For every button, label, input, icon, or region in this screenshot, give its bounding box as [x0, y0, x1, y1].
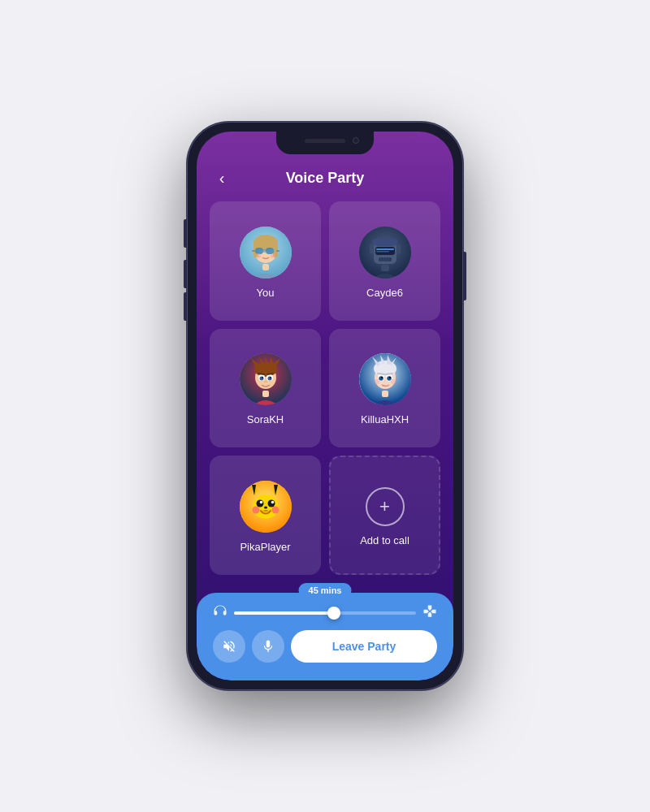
- svg-point-42: [267, 377, 271, 381]
- svg-point-13: [271, 253, 275, 258]
- page-title: Voice Party: [286, 170, 365, 187]
- svg-rect-7: [255, 248, 263, 254]
- avatar-killuaHXH: [359, 353, 411, 405]
- member-name-you: You: [257, 287, 275, 299]
- svg-rect-31: [262, 391, 269, 397]
- svg-point-66: [391, 379, 396, 384]
- avatar-sorakH: [240, 353, 292, 405]
- party-card-sorakH[interactable]: SoraKH: [210, 329, 321, 448]
- svg-rect-10: [252, 250, 255, 252]
- member-name-killuaHXH: KilluaHXH: [361, 413, 409, 425]
- svg-point-65: [375, 379, 379, 384]
- member-name-cayde6: Cayde6: [366, 287, 403, 299]
- svg-line-45: [258, 374, 264, 374]
- svg-rect-9: [263, 249, 266, 253]
- member-name-sorakH: SoraKH: [247, 413, 284, 425]
- back-button[interactable]: ‹: [210, 166, 234, 191]
- party-card-killuaHXH[interactable]: KilluaHXH: [329, 329, 440, 448]
- avatar-you: [240, 227, 292, 279]
- add-to-call-label: Add to call: [360, 534, 410, 546]
- svg-rect-50: [382, 391, 388, 397]
- svg-point-59: [379, 377, 384, 382]
- svg-point-79: [264, 507, 267, 509]
- party-card-cayde6[interactable]: Cayde6: [329, 201, 440, 321]
- leave-party-label: Leave Party: [332, 640, 396, 653]
- slider-thumb[interactable]: [327, 607, 340, 620]
- mic-button[interactable]: [252, 630, 284, 663]
- avatar-cayde6: [359, 227, 411, 279]
- svg-rect-23: [396, 244, 401, 254]
- svg-point-77: [252, 507, 259, 514]
- time-badge: 45 mins: [299, 583, 352, 598]
- svg-line-63: [378, 374, 384, 374]
- mute-button[interactable]: [213, 630, 245, 663]
- svg-rect-2: [262, 264, 269, 270]
- party-card-you[interactable]: You: [210, 201, 321, 321]
- svg-point-44: [270, 377, 271, 378]
- control-bar: Leave Party: [197, 593, 453, 680]
- svg-point-41: [259, 377, 263, 381]
- svg-rect-24: [379, 257, 392, 261]
- gamepad-icon: [422, 604, 437, 622]
- member-name-pikaPlayer: PikaPlayer: [240, 541, 290, 553]
- svg-rect-18: [372, 238, 398, 246]
- volume-slider-row: [213, 604, 437, 622]
- svg-point-75: [259, 501, 262, 504]
- leave-party-button[interactable]: Leave Party: [291, 630, 437, 663]
- party-grid: You: [197, 193, 453, 583]
- svg-line-64: [386, 374, 392, 374]
- svg-line-46: [267, 374, 273, 374]
- svg-point-73: [256, 500, 263, 508]
- speaker: [305, 139, 345, 143]
- action-buttons-row: Leave Party: [213, 630, 437, 663]
- phone-screen: ‹ Voice Party: [197, 132, 453, 680]
- volume-slider-track[interactable]: [234, 611, 416, 615]
- control-bar-wrapper: 45 mins: [197, 583, 453, 680]
- notch: [276, 132, 374, 154]
- svg-point-12: [256, 253, 261, 258]
- headset-icon: [213, 604, 228, 622]
- party-card-pikaPlayer[interactable]: PikaPlayer: [210, 456, 321, 575]
- camera: [353, 137, 359, 144]
- svg-rect-22: [370, 244, 374, 254]
- svg-point-76: [271, 501, 274, 504]
- phone-frame: ‹ Voice Party: [187, 122, 463, 690]
- svg-point-61: [380, 377, 382, 378]
- svg-point-62: [388, 377, 390, 378]
- svg-point-74: [267, 500, 275, 508]
- svg-rect-21: [376, 251, 389, 253]
- svg-point-47: [264, 381, 267, 383]
- svg-point-43: [262, 377, 263, 378]
- slider-fill: [234, 611, 334, 615]
- svg-rect-8: [266, 248, 274, 254]
- svg-point-78: [271, 507, 279, 514]
- svg-rect-11: [276, 250, 280, 252]
- svg-rect-16: [381, 265, 389, 271]
- svg-rect-20: [376, 248, 394, 250]
- header: ‹ Voice Party: [197, 160, 453, 193]
- app-content: ‹ Voice Party: [197, 132, 453, 680]
- add-icon: +: [366, 487, 405, 526]
- svg-point-60: [387, 377, 392, 382]
- add-to-call-card[interactable]: + Add to call: [329, 456, 440, 575]
- avatar-pikaPlayer: [240, 481, 292, 533]
